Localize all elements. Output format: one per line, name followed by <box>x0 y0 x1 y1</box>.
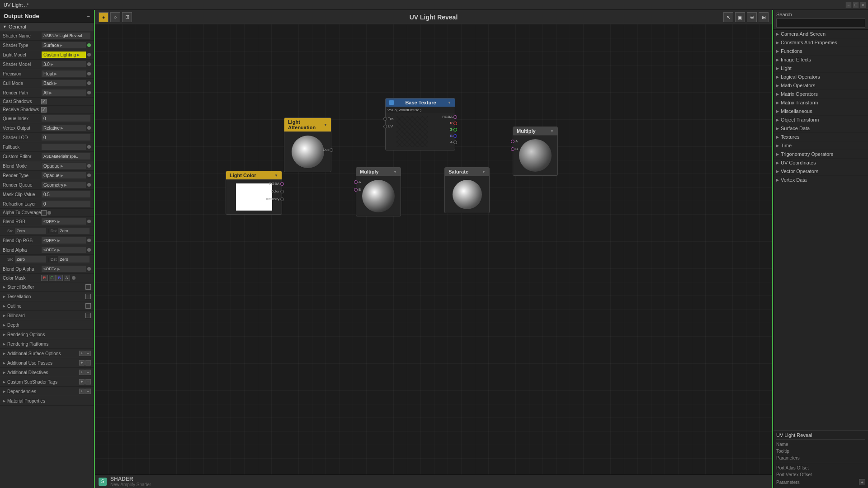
src-value[interactable]: Zero <box>14 227 47 235</box>
section-time[interactable]: ▶ Time <box>774 141 868 150</box>
lc-port-intensity[interactable] <box>280 197 284 201</box>
mask-clip-value[interactable]: 0.5 <box>41 191 91 198</box>
dependencies-minus[interactable]: − <box>85 389 91 394</box>
additional-surface-plus[interactable]: + <box>79 351 85 356</box>
lc-port-rgba[interactable] <box>280 182 284 186</box>
light-attenuation-node[interactable]: Light Attenuation ▼ Out <box>284 117 331 172</box>
render-type-value[interactable]: Opaque▶ <box>41 172 86 179</box>
saturate-header[interactable]: Saturate ▼ <box>445 168 489 176</box>
base-texture-header[interactable]: Base Texture ▼ <box>386 99 455 107</box>
blend-rgb-value[interactable]: <OFF>▶ <box>41 218 86 225</box>
section-matrix-operators[interactable]: ▶ Matrix Operators <box>774 90 868 99</box>
billboard-checkbox[interactable] <box>85 313 91 318</box>
output-node-collapse[interactable]: − <box>87 14 90 19</box>
m2-port-b[interactable] <box>511 147 514 151</box>
general-section-header[interactable]: ▼ General <box>0 23 94 31</box>
depth-header[interactable]: ▶ Depth <box>0 320 94 329</box>
material-properties-header[interactable]: ▶ Material Properties <box>0 396 94 405</box>
light-attenuation-header[interactable]: Light Attenuation ▼ <box>284 118 331 132</box>
port-r[interactable] <box>453 122 457 125</box>
base-texture-node[interactable]: Base Texture ▼ Value( WoodDiffuse ) Tex … <box>385 98 455 150</box>
outline-header[interactable]: ▶ Outline <box>0 301 94 310</box>
src-alpha-value[interactable]: Zero <box>14 256 47 263</box>
custom-subshader-minus[interactable]: − <box>85 379 91 385</box>
billboard-header[interactable]: ▶ Billboard <box>0 311 94 320</box>
lc-port-color[interactable] <box>280 190 284 193</box>
additional-directives-plus[interactable]: + <box>79 370 85 375</box>
port-tex[interactable] <box>383 117 387 121</box>
additional-use-passes-header[interactable]: ▶ Additional Use Passes + − <box>0 358 94 367</box>
color-bit-b[interactable]: B <box>57 275 63 281</box>
dst-value[interactable]: Zero <box>57 227 90 235</box>
additional-directives-header[interactable]: ▶ Additional Directives + − <box>0 368 94 377</box>
additional-use-passes-minus[interactable]: − <box>85 360 91 366</box>
shader-model-value[interactable]: 3.0▶ <box>41 61 86 68</box>
port-g[interactable] <box>453 128 457 131</box>
color-bit-g[interactable]: G <box>49 275 56 281</box>
port-rgba[interactable] <box>453 115 457 119</box>
rendering-options-header[interactable]: ▶ Rendering Options <box>0 330 94 339</box>
stencil-buffer-header[interactable]: ▶ Stencil Buffer <box>0 282 94 291</box>
port-a[interactable] <box>453 141 457 144</box>
light-color-node[interactable]: Light Color ▼ RGBA Color <box>226 171 282 215</box>
queue-index-value[interactable]: 0 <box>41 115 91 122</box>
alpha-coverage-checkbox[interactable] <box>41 210 47 216</box>
multiply2-dropdown[interactable]: ▼ <box>550 129 554 133</box>
additional-directives-minus[interactable]: − <box>85 370 91 375</box>
blend-alpha-value[interactable]: <OFF>▶ <box>41 246 86 253</box>
port-out[interactable] <box>330 148 333 152</box>
m1-port-a[interactable] <box>354 180 358 184</box>
cull-mode-value[interactable]: Back▶ <box>41 80 86 87</box>
dst-alpha-value[interactable]: Zero <box>57 256 90 263</box>
toolbar-btn-cursor[interactable]: ↖ <box>723 12 733 22</box>
dependencies-header[interactable]: ▶ Dependencies + − <box>0 387 94 396</box>
light-model-value[interactable]: Custom Lighting▶ <box>41 51 86 58</box>
rendering-platforms-header[interactable]: ▶ Rendering Platforms <box>0 339 94 348</box>
section-functions[interactable]: ▶ Functions <box>774 47 868 56</box>
shader-type-value[interactable]: Surface▶ <box>41 42 86 49</box>
stencil-buffer-checkbox[interactable] <box>85 284 91 290</box>
section-logical-operators[interactable]: ▶ Logical Operators <box>774 73 868 81</box>
toolbar-btn-circle[interactable]: ● <box>99 12 108 22</box>
light-color-dropdown[interactable]: ▼ <box>274 174 278 178</box>
saturate-dropdown[interactable]: ▼ <box>482 170 486 174</box>
section-vertex-data[interactable]: ▶ Vertex Data <box>774 176 868 184</box>
outline-checkbox[interactable] <box>85 303 91 309</box>
section-constants-and-properties[interactable]: ▶ Constants And Properties <box>774 38 868 47</box>
section-textures[interactable]: ▶ Textures <box>774 133 868 141</box>
refraction-layer-value[interactable]: 0 <box>41 200 91 207</box>
minimize-button[interactable]: − <box>845 2 852 8</box>
toolbar-btn-frame[interactable]: ▣ <box>735 12 745 22</box>
toolbar-btn-circle-outline[interactable]: ○ <box>110 12 120 22</box>
toolbar-btn-add[interactable]: ⊕ <box>747 12 757 22</box>
port-b[interactable] <box>453 134 457 138</box>
section-camera-and-screen[interactable]: ▶ Camera And Screen <box>774 30 868 38</box>
canvas-area[interactable]: ● ○ ⊞ UV Light Reveal ↖ ▣ ⊕ ⊞ <box>94 10 773 488</box>
close-button[interactable]: × <box>860 2 866 8</box>
precision-value[interactable]: Float▶ <box>41 70 86 77</box>
section-math-operators[interactable]: ▶ Math Operators <box>774 81 868 90</box>
toolbar-btn-dots[interactable]: ⊞ <box>759 12 769 22</box>
custom-subshader-plus[interactable]: + <box>79 379 85 385</box>
render-path-value[interactable]: All▶ <box>41 89 86 96</box>
section-object-transform[interactable]: ▶ Object Transform <box>774 116 868 124</box>
m2-port-a[interactable] <box>511 140 514 143</box>
base-texture-dropdown[interactable]: ▼ <box>448 101 451 105</box>
section-vector-operators[interactable]: ▶ Vector Operators <box>774 167 868 176</box>
vertex-output-value[interactable]: Relative▶ <box>41 124 86 131</box>
port-uv[interactable] <box>383 125 387 128</box>
multiply1-node[interactable]: Multiply ▼ A B <box>356 167 401 216</box>
fallback-value[interactable] <box>41 143 86 150</box>
multiply1-dropdown[interactable]: ▼ <box>393 170 397 174</box>
section-matrix-transform[interactable]: ▶ Matrix Transform <box>774 99 868 107</box>
section-miscellaneous[interactable]: ▶ Miscellaneous <box>774 107 868 116</box>
saturate-node[interactable]: Saturate ▼ <box>444 167 490 213</box>
receive-shadows-checkbox[interactable]: ✓ <box>41 107 47 113</box>
multiply2-node[interactable]: Multiply ▼ A B <box>513 127 558 176</box>
blend-op-alpha-value[interactable]: <OFF>▶ <box>41 265 86 272</box>
toolbar-btn-grid[interactable]: ⊞ <box>122 12 132 22</box>
cast-shadows-checkbox[interactable]: ✓ <box>41 99 47 104</box>
multiply1-header[interactable]: Multiply ▼ <box>356 168 401 176</box>
section-uv-coordinates[interactable]: ▶ UV Coordinates <box>774 159 868 167</box>
m1-port-b[interactable] <box>354 188 358 192</box>
